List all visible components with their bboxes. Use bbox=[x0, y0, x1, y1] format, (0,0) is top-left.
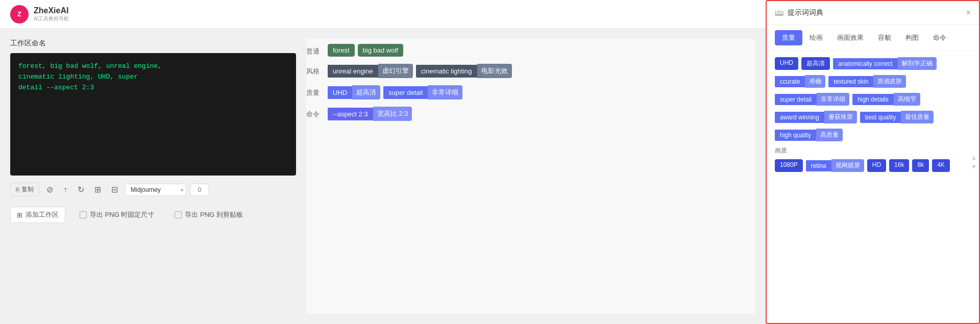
checkbox-icon-2 bbox=[175, 211, 182, 218]
app-subtitle: AI工具教程号航 bbox=[34, 15, 69, 22]
monitor-icon: ⊞ bbox=[17, 211, 22, 219]
tag-retina[interactable]: retina 视网膜屏 bbox=[806, 159, 864, 172]
quality-tags-row-1: UHD 超高清 anatomically correct 解剖学正确 bbox=[775, 57, 971, 70]
app-name: ZheXieAI bbox=[34, 6, 69, 15]
tag-1080p[interactable]: 1080P bbox=[775, 159, 803, 172]
workspace: 工作区命名 forest, big bad wolf, unreal engin… bbox=[10, 39, 296, 314]
right-panel: 📖 提示词词典 × 质量 绘画 画面效果 容貌 构图 命令 UHD 超高清 an… bbox=[766, 0, 980, 324]
scroll-indicator: ▲ ▼ bbox=[971, 154, 977, 170]
right-content: UHD 超高清 anatomically correct 解剖学正确 ccura… bbox=[767, 51, 979, 323]
tab-appearance[interactable]: 容貌 bbox=[871, 30, 898, 45]
right-panel-title: 📖 提示词词典 bbox=[775, 8, 823, 17]
tab-effects[interactable]: 画面效果 bbox=[830, 30, 871, 45]
bottom-buttons: ⊞ 添加工作区 导出 PNG 时固定尺寸 导出 PNG 到剪贴板 bbox=[10, 207, 296, 223]
tag-super-detail[interactable]: super detail 非常详细 bbox=[383, 85, 462, 99]
export-png-clipboard-button[interactable]: 导出 PNG 到剪贴板 bbox=[168, 207, 249, 222]
tag-uhd-right[interactable]: UHD bbox=[775, 57, 798, 70]
tag-ccurate[interactable]: ccurate 准确 bbox=[775, 75, 825, 88]
tag-4k[interactable]: 4K bbox=[932, 159, 950, 172]
tag-big-bad-wolf[interactable]: big bad wolf bbox=[358, 44, 403, 57]
prompt-row-style: 风格 unreal engine 虚幻引擎 cinematic lighting… bbox=[306, 64, 755, 78]
tag-8k[interactable]: 8k bbox=[912, 159, 929, 172]
quality-tags-row-3: super detail 非常详细 high details 高细节 bbox=[775, 93, 971, 106]
seed-input[interactable] bbox=[190, 184, 209, 196]
tag-high-quality[interactable]: high quality 高质量 bbox=[775, 129, 843, 141]
refresh-button[interactable]: ↻ bbox=[75, 183, 87, 196]
section-header-resolution: 画质 bbox=[775, 146, 971, 155]
main-area: Z ZheXieAI AI工具教程号航 工作区命名 forest, big ba… bbox=[0, 0, 766, 324]
export-button[interactable]: ⊟ bbox=[108, 183, 121, 196]
tag-16k[interactable]: 16k bbox=[889, 159, 909, 172]
prompt-tags-normal: forest big bad wolf bbox=[328, 44, 755, 57]
code-content: forest, big bad wolf, unreal engine, cin… bbox=[18, 61, 288, 93]
content-area: 工作区命名 forest, big bad wolf, unreal engin… bbox=[0, 29, 766, 324]
tab-command[interactable]: 命令 bbox=[926, 30, 953, 45]
prompt-tags-command: --aspect 2:3 宽高比 2:3 bbox=[328, 107, 755, 121]
tag-hd[interactable]: HD bbox=[867, 159, 886, 172]
tab-painting[interactable]: 绘画 bbox=[802, 30, 830, 45]
tag-uhd[interactable]: UHD 超高清 bbox=[328, 85, 380, 99]
header: Z ZheXieAI AI工具教程号航 bbox=[0, 0, 766, 29]
logo-text: ZheXieAI AI工具教程号航 bbox=[34, 6, 69, 22]
prompt-tags-style: unreal engine 虚幻引擎 cinematic lighting 电影… bbox=[328, 64, 755, 78]
prompt-label-command: 命令 bbox=[306, 107, 322, 119]
prompt-section: 普通 forest big bad wolf 风格 unreal engine … bbox=[306, 39, 755, 314]
prompt-row-command: 命令 --aspect 2:3 宽高比 2:3 bbox=[306, 107, 755, 121]
right-panel-header: 📖 提示词词典 × bbox=[767, 1, 979, 25]
prompt-row-quality: 质量 UHD 超高清 super detail 非常详细 bbox=[306, 85, 755, 99]
checkbox-icon-1 bbox=[80, 211, 87, 218]
quality-tags-row-2: ccurate 准确 textured skin 质感皮肤 bbox=[775, 75, 971, 88]
prompt-tags-quality: UHD 超高清 super detail 非常详细 bbox=[328, 85, 755, 99]
tag-super-detail-right[interactable]: super detail 非常详细 bbox=[775, 93, 849, 106]
tag-forest[interactable]: forest bbox=[328, 44, 355, 57]
tag-textured-skin[interactable]: textured skin 质感皮肤 bbox=[828, 75, 906, 88]
tag-cinematic-lighting[interactable]: cinematic lighting 电影光效 bbox=[416, 64, 512, 78]
upload-button[interactable]: ↑ bbox=[60, 183, 70, 196]
prompt-row-normal: 普通 forest big bad wolf bbox=[306, 44, 755, 57]
tag-best-quality[interactable]: best quality 最佳质量 bbox=[860, 111, 934, 123]
right-tabs: 质量 绘画 画面效果 容貌 构图 命令 bbox=[767, 25, 979, 51]
tag-unreal-engine[interactable]: unreal engine 虚幻引擎 bbox=[328, 64, 413, 78]
copy-button[interactable]: ⎘ 复制 bbox=[10, 183, 39, 196]
prompt-label-normal: 普通 bbox=[306, 44, 322, 56]
workspace-title: 工作区命名 bbox=[10, 39, 296, 48]
prompt-label-quality: 质量 bbox=[306, 85, 322, 97]
tag-uhd-cn-right[interactable]: 超高清 bbox=[801, 57, 830, 70]
scroll-up-icon[interactable]: ▲ bbox=[971, 154, 977, 161]
logo-icon: Z bbox=[10, 5, 29, 23]
tag-high-details[interactable]: high details 高细节 bbox=[852, 93, 920, 106]
import-button[interactable]: ⊞ bbox=[91, 183, 104, 196]
panel-book-icon: 📖 bbox=[775, 9, 783, 17]
tab-quality[interactable]: 质量 bbox=[775, 30, 802, 45]
model-select-wrapper: Midjourney Stable Diffusion bbox=[125, 184, 186, 196]
model-select[interactable]: Midjourney Stable Diffusion bbox=[125, 184, 186, 196]
export-png-fixed-button[interactable]: 导出 PNG 时固定尺寸 bbox=[74, 207, 160, 222]
code-editor[interactable]: forest, big bad wolf, unreal engine, cin… bbox=[10, 53, 296, 176]
tab-composition[interactable]: 构图 bbox=[898, 30, 926, 45]
toolbar: ⎘ 复制 ⊘ ↑ ↻ ⊞ ⊟ Midjourney Stable Diffusi… bbox=[10, 181, 296, 198]
clear-button[interactable]: ⊘ bbox=[43, 183, 56, 196]
copy-icon: ⎘ bbox=[16, 186, 19, 193]
add-workspace-button[interactable]: ⊞ 添加工作区 bbox=[10, 207, 65, 223]
tag-award-winning[interactable]: award winning 屡获殊荣 bbox=[775, 111, 857, 123]
prompt-label-style: 风格 bbox=[306, 64, 322, 76]
resolution-tags-row: 1080P retina 视网膜屏 HD 16k 8k 4K bbox=[775, 159, 971, 172]
tag-anatomically-correct[interactable]: anatomically correct 解剖学正确 bbox=[833, 57, 937, 70]
scroll-down-icon[interactable]: ▼ bbox=[971, 163, 977, 170]
close-panel-button[interactable]: × bbox=[966, 8, 971, 17]
tag-aspect[interactable]: --aspect 2:3 宽高比 2:3 bbox=[328, 107, 412, 121]
quality-tags-row-4: award winning 屡获殊荣 best quality 最佳质量 bbox=[775, 111, 971, 123]
quality-tags-row-5: high quality 高质量 bbox=[775, 129, 971, 141]
